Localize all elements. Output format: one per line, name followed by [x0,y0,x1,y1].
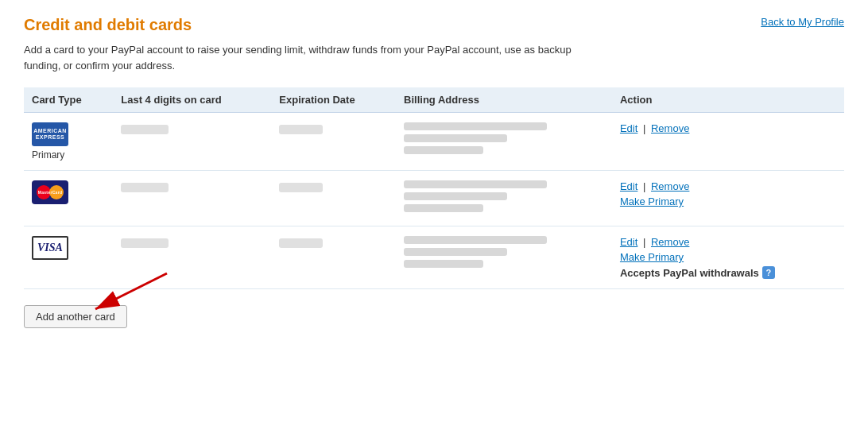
separator: | [643,180,645,192]
col-last4: Last 4 digits on card [113,87,271,113]
action-cell: Edit | Remove [612,113,844,171]
help-icon[interactable]: ? [762,266,775,279]
table-row: MasterCard Edit | Remove Make Primary [24,171,844,226]
expiry-blurred [279,183,323,192]
visa-logo: VISA [32,236,68,260]
red-arrow [79,269,175,317]
add-card-row: Add another card [24,305,844,328]
action-cell: Edit | Remove Make Primary Accepts PayPa… [612,226,844,289]
last4-cell [113,171,271,226]
billing-cell [396,113,612,171]
edit-link[interactable]: Edit [620,180,637,192]
remove-link[interactable]: Remove [651,180,689,192]
card-type-cell: AMERICANEXPRESS Primary [24,113,113,171]
billing-cell [396,226,612,289]
cards-table: Card Type Last 4 digits on card Expirati… [24,87,844,289]
col-expiration: Expiration Date [271,87,396,113]
amex-logo: AMERICANEXPRESS [32,122,68,146]
last4-blurred [121,238,169,248]
edit-link[interactable]: Edit [620,236,637,248]
col-billing: Billing Address [396,87,612,113]
last4-blurred [121,183,169,192]
table-row: AMERICANEXPRESS Primary Edit | Remove [24,113,844,171]
expiry-cell [271,171,396,226]
col-action: Action [612,87,844,113]
billing-cell [396,171,612,226]
action-cell: Edit | Remove Make Primary [612,171,844,226]
edit-link[interactable]: Edit [620,122,637,134]
last4-cell [113,113,271,171]
card-type-cell: MasterCard [24,171,113,226]
back-to-profile-link[interactable]: Back to My Profile [761,16,844,28]
last4-blurred [121,125,169,134]
make-primary-link[interactable]: Make Primary [620,251,836,263]
separator: | [643,236,645,248]
table-header-row: Card Type Last 4 digits on card Expirati… [24,87,844,113]
svg-line-1 [95,273,167,309]
accepts-paypal-label: Accepts PayPal withdrawals ? [620,266,836,279]
page-description: Add a card to your PayPal account to rai… [24,42,580,73]
col-card-type: Card Type [24,87,113,113]
remove-link[interactable]: Remove [651,236,689,248]
expiry-blurred [279,238,323,248]
primary-label: Primary [32,149,105,161]
expiry-blurred [279,125,323,134]
expiry-cell [271,113,396,171]
mastercard-logo: MasterCard [32,180,68,204]
expiry-cell [271,226,396,289]
make-primary-link[interactable]: Make Primary [620,195,836,207]
remove-link[interactable]: Remove [651,122,689,134]
page-title: Credit and debit cards [24,16,192,34]
separator: | [643,122,645,134]
